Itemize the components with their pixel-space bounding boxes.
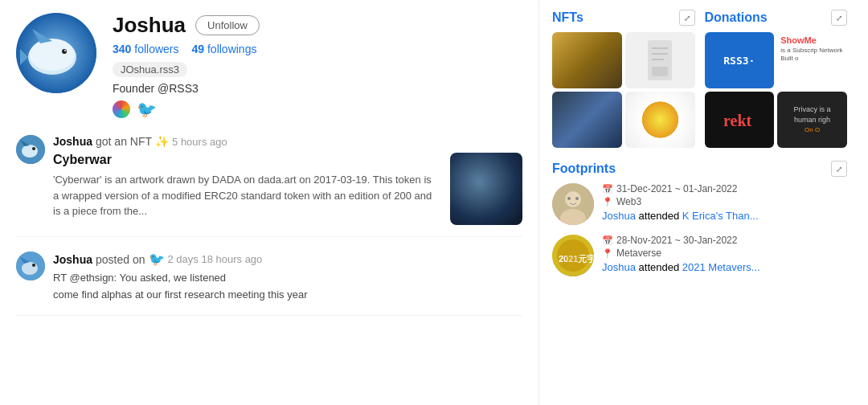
nft-description: 'Cyberwar' is an artwork drawn by DADA o… bbox=[53, 172, 439, 219]
nfts-header: NFTs ⤢ bbox=[552, 10, 695, 26]
donations-section: Donations ⤢ RSS3· ShowMe is a Subscrip N… bbox=[705, 10, 848, 148]
footprint-user-2[interactable]: Joshua bbox=[602, 261, 636, 273]
profile-bio: Founder @RSS3 bbox=[113, 82, 522, 95]
svg-point-4 bbox=[64, 50, 66, 51]
svg-point-13 bbox=[32, 264, 35, 267]
donations-header: Donations ⤢ bbox=[705, 10, 848, 26]
svg-point-3 bbox=[62, 49, 67, 54]
footprint-item-2: 2021元宇宙 📅 28-Nov-2021 ~ 30-Jan-2022 📍 Me… bbox=[552, 235, 847, 276]
footprints-section: Footprints ⤢ 📅 31-Dec-2021 ~ 01- bbox=[552, 161, 847, 276]
post-text: RT @ethsign: You asked, we listened come… bbox=[53, 270, 522, 304]
nft-card: Cyberwar 'Cyberwar' is an artwork drawn … bbox=[53, 153, 522, 225]
donations-grid: RSS3· ShowMe is a Subscrip Network Built… bbox=[705, 32, 848, 148]
nft-thumb-2[interactable] bbox=[625, 32, 695, 88]
activity-content-2: Joshua posted on 🐦 2 days 18 hours ago R… bbox=[53, 252, 522, 304]
footprint-action-1: Joshua attended K Erica's Than... bbox=[602, 210, 847, 222]
footprint-location-1: 📍 Web3 bbox=[602, 196, 847, 207]
unfollow-button[interactable]: Unfollow bbox=[195, 15, 260, 35]
nfts-section: NFTs ⤢ bbox=[552, 10, 695, 148]
footprint-event-2[interactable]: 2021 Metavers... bbox=[682, 261, 760, 273]
footprints-title: Footprints bbox=[552, 162, 616, 176]
activity-action-2: posted on bbox=[96, 253, 145, 266]
nft-title: Cyberwar bbox=[53, 153, 439, 167]
footprint-dates-2: 📅 28-Nov-2021 ~ 30-Jan-2022 bbox=[602, 235, 847, 246]
twitter-icon[interactable]: 🐦 bbox=[137, 100, 157, 119]
pin-icon-2: 📍 bbox=[602, 248, 613, 259]
pin-icon-1: 📍 bbox=[602, 197, 613, 207]
activity-content-1: Joshua got an NFT ✨ 5 hours ago Cyberwar… bbox=[53, 135, 522, 225]
profile-info: Joshua Unfollow 340 followers 49 followi… bbox=[113, 13, 522, 119]
activity-header-1: Joshua got an NFT ✨ 5 hours ago bbox=[53, 135, 522, 148]
nft-thumb-3[interactable] bbox=[552, 92, 622, 148]
profile-stats: 340 followers 49 followings bbox=[113, 43, 522, 55]
nft-thumb-4[interactable] bbox=[625, 92, 695, 148]
svg-point-24 bbox=[567, 197, 571, 200]
donations-expand-button[interactable]: ⤢ bbox=[831, 10, 847, 26]
followings-stat[interactable]: 49 followings bbox=[192, 43, 257, 55]
profile-name-row: Joshua Unfollow bbox=[113, 13, 522, 38]
footprint-verb-2: attended bbox=[639, 261, 680, 273]
activity-time-1: 5 hours ago bbox=[172, 136, 227, 148]
footprint-item-1: 📅 31-Dec-2021 ~ 01-Jan-2022 📍 Web3 Joshu… bbox=[552, 183, 847, 225]
avatar bbox=[16, 13, 96, 93]
calendar-icon-2: 📅 bbox=[602, 235, 613, 246]
nfts-expand-button[interactable]: ⤢ bbox=[679, 10, 695, 26]
donations-title: Donations bbox=[705, 10, 768, 25]
nft-image bbox=[450, 153, 522, 225]
svg-point-8 bbox=[22, 145, 38, 158]
nfts-grid bbox=[552, 32, 695, 148]
svg-point-2 bbox=[30, 39, 75, 71]
donation-thumb-1[interactable]: RSS3· bbox=[705, 32, 775, 88]
svg-text:rekt: rekt bbox=[723, 112, 752, 129]
footprint-event-1[interactable]: K Erica's Than... bbox=[682, 210, 759, 222]
profile-handle[interactable]: JOshua.rss3 bbox=[113, 62, 187, 77]
globe-icon[interactable] bbox=[113, 100, 130, 118]
footprints-header: Footprints ⤢ bbox=[552, 161, 847, 177]
donation-thumb-2[interactable]: ShowMe is a Subscrip Network Built o bbox=[777, 32, 847, 88]
donation-thumb-4[interactable]: Privacy is ahuman righOn O bbox=[777, 92, 847, 148]
footprints-expand-button[interactable]: ⤢ bbox=[831, 161, 847, 177]
calendar-icon-1: 📅 bbox=[602, 184, 613, 194]
left-panel: Joshua Unfollow 340 followers 49 followi… bbox=[0, 0, 538, 405]
svg-rect-19 bbox=[652, 67, 668, 76]
svg-point-12 bbox=[22, 262, 38, 275]
footprint-dates-1: 📅 31-Dec-2021 ~ 01-Jan-2022 bbox=[602, 183, 847, 194]
profile-section: Joshua Unfollow 340 followers 49 followi… bbox=[16, 13, 522, 119]
footprint-location-2: 📍 Metaverse bbox=[602, 248, 847, 259]
nft-text: Cyberwar 'Cyberwar' is an artwork drawn … bbox=[53, 153, 439, 225]
followers-stat[interactable]: 340 followers bbox=[113, 43, 179, 55]
activity-action-1: got an NFT bbox=[96, 135, 152, 148]
top-sections: NFTs ⤢ D bbox=[552, 10, 847, 148]
twitter-bird-icon: 🐦 bbox=[149, 252, 165, 267]
svg-point-9 bbox=[32, 147, 35, 150]
activity-header-2: Joshua posted on 🐦 2 days 18 hours ago bbox=[53, 252, 522, 267]
profile-name: Joshua bbox=[113, 13, 186, 38]
activity-time-2: 2 days 18 hours ago bbox=[168, 253, 263, 265]
footprint-action-2: Joshua attended 2021 Metavers... bbox=[602, 261, 847, 273]
activity-user-1[interactable]: Joshua bbox=[53, 135, 92, 148]
donation-thumb-3[interactable]: rekt bbox=[705, 92, 775, 148]
activity-avatar-2 bbox=[16, 252, 45, 280]
activity-emoji-1: ✨ bbox=[155, 135, 169, 148]
nft-image-inner bbox=[450, 153, 522, 225]
activity-avatar-1 bbox=[16, 135, 45, 164]
nfts-title: NFTs bbox=[552, 10, 583, 25]
nft-thumb-1[interactable] bbox=[552, 32, 622, 88]
svg-point-29 bbox=[565, 248, 581, 264]
right-panel: NFTs ⤢ D bbox=[538, 0, 860, 405]
footprint-user-1[interactable]: Joshua bbox=[602, 210, 636, 222]
footprint-avatar-1 bbox=[552, 183, 594, 225]
svg-point-25 bbox=[575, 197, 579, 200]
footprint-avatar-2: 2021元宇宙 bbox=[552, 235, 594, 276]
footprint-details-1: 📅 31-Dec-2021 ~ 01-Jan-2022 📍 Web3 Joshu… bbox=[602, 183, 847, 222]
footprint-details-2: 📅 28-Nov-2021 ~ 30-Jan-2022 📍 Metaverse … bbox=[602, 235, 847, 273]
profile-icons: 🐦 bbox=[113, 100, 522, 119]
activity-item-nft: Joshua got an NFT ✨ 5 hours ago Cyberwar… bbox=[16, 135, 522, 237]
activity-item-post: Joshua posted on 🐦 2 days 18 hours ago R… bbox=[16, 252, 522, 316]
footprint-verb-1: attended bbox=[639, 210, 680, 222]
activity-user-2[interactable]: Joshua bbox=[53, 253, 92, 266]
